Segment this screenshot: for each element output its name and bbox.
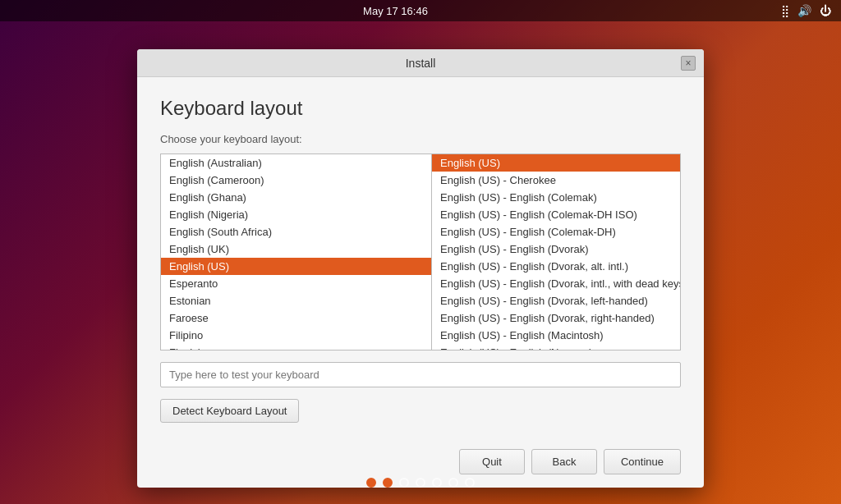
topbar-right: ⣿ 🔊 ⏻ — [781, 4, 831, 17]
variant-list[interactable]: English (US)English (US) - CherokeeEngli… — [431, 153, 681, 351]
progress-dot-5[interactable] — [448, 478, 458, 488]
dialog-titlebar: Install × — [137, 49, 704, 77]
page-title: Keyboard layout — [160, 97, 681, 120]
list-item[interactable]: English (US) - English (Macintosh) — [432, 327, 680, 344]
list-item[interactable]: English (US) - English (Colemak-DH) — [432, 223, 680, 241]
list-item[interactable]: Esperanto — [161, 275, 431, 292]
list-item[interactable]: Faroese — [161, 309, 431, 327]
power-icon[interactable]: ⏻ — [820, 4, 831, 17]
list-item[interactable]: English (US) - English (Dvorak, left-han… — [432, 292, 680, 309]
list-item[interactable]: English (US) - English (Dvorak, right-ha… — [432, 309, 680, 327]
list-item[interactable]: English (UK) — [161, 241, 431, 258]
list-item[interactable]: English (US) - English (Dvorak, intl., w… — [432, 275, 680, 292]
topbar-datetime: May 17 16:46 — [10, 5, 781, 17]
progress-dot-6[interactable] — [465, 478, 475, 488]
list-item[interactable]: Filipino — [161, 327, 431, 344]
progress-dot-4[interactable] — [432, 478, 442, 488]
progress-dot-2[interactable] — [399, 478, 409, 488]
list-item[interactable]: English (US) - English (Dvorak) — [432, 241, 680, 258]
language-list[interactable]: English (Australian)English (Cameroon)En… — [160, 153, 431, 351]
list-item[interactable]: English (US) - English (Colemak-DH ISO) — [432, 206, 680, 223]
dialog-title: Install — [406, 57, 436, 70]
quit-button[interactable]: Quit — [459, 449, 525, 474]
network-icon[interactable]: ⣿ — [781, 4, 789, 17]
list-item[interactable]: English (US) - English (Dvorak, alt. int… — [432, 258, 680, 275]
lists-row: English (Australian)English (Cameroon)En… — [160, 153, 681, 351]
list-item[interactable]: English (Ghana) — [161, 189, 431, 206]
list-item[interactable]: English (US) - English (Norman) — [432, 344, 680, 351]
list-item[interactable]: English (Nigeria) — [161, 206, 431, 223]
list-item[interactable]: English (US) — [432, 154, 680, 172]
progress-dot-1[interactable] — [383, 478, 393, 488]
list-item[interactable]: English (US) - Cherokee — [432, 172, 680, 189]
close-button[interactable]: × — [681, 56, 696, 71]
choose-label: Choose your keyboard layout: — [160, 133, 681, 145]
list-item[interactable]: English (South Africa) — [161, 223, 431, 241]
back-button[interactable]: Back — [531, 449, 597, 474]
list-item[interactable]: Finnish — [161, 344, 431, 351]
list-item[interactable]: English (Australian) — [161, 154, 431, 172]
install-dialog: Install × Keyboard layout Choose your ke… — [137, 49, 704, 488]
keyboard-test-input[interactable] — [160, 362, 681, 387]
detect-keyboard-button[interactable]: Detect Keyboard Layout — [160, 399, 299, 423]
dialog-wrapper: Install × Keyboard layout Choose your ke… — [0, 33, 841, 504]
list-item[interactable]: Estonian — [161, 292, 431, 309]
list-item[interactable]: English (US) — [161, 258, 431, 275]
topbar: May 17 16:46 ⣿ 🔊 ⏻ — [0, 0, 841, 21]
dialog-body: Keyboard layout Choose your keyboard lay… — [137, 77, 704, 439]
list-item[interactable]: English (Cameroon) — [161, 172, 431, 189]
progress-dots — [0, 478, 841, 488]
list-item[interactable]: English (US) - English (Colemak) — [432, 189, 680, 206]
progress-dot-3[interactable] — [416, 478, 425, 488]
progress-dot-0[interactable] — [366, 478, 376, 488]
continue-button[interactable]: Continue — [604, 449, 681, 474]
sound-icon[interactable]: 🔊 — [797, 4, 811, 17]
